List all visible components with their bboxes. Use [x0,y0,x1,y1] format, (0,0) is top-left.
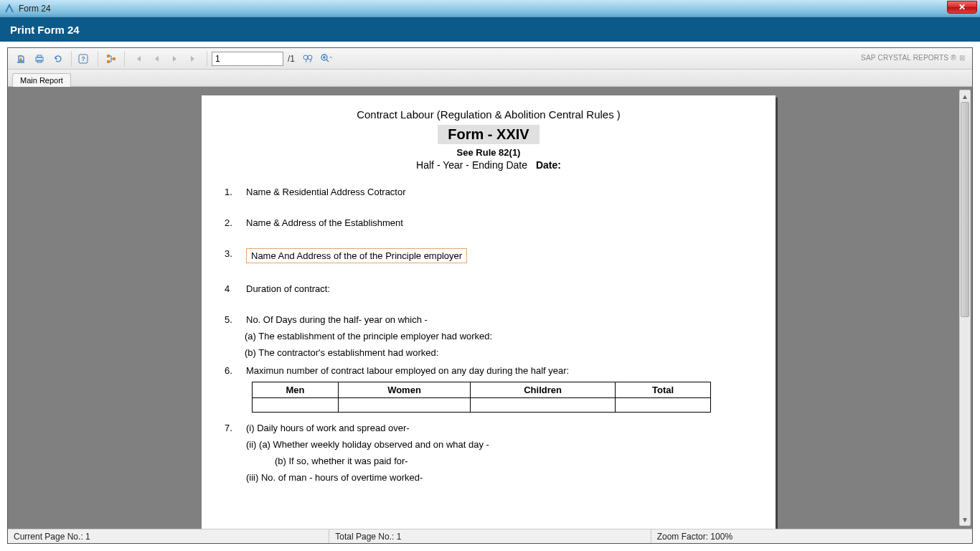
next-page-button[interactable] [166,50,184,67]
item-boxed-text: Name And Address of the of the Principle… [246,248,467,263]
page-total-label: /1 [288,54,295,64]
window-titlebar: Form 24 ✕ [0,0,980,17]
refresh-button[interactable] [50,50,67,67]
table-cell [616,398,711,413]
doc-header-line: Contract Labour (Regulation & Abolition … [223,108,754,121]
status-value: 1 [397,532,402,542]
brand-label: SAP CRYSTAL REPORTS ® ⊠ [861,54,965,62]
item-text: Name & Residential Address Cotractor [246,187,754,197]
item-text: Name And Address of the of the Principle… [246,248,754,263]
item-row: 4 Duration of contract: [223,283,754,294]
toolbar-separator [207,51,207,67]
table-cell [253,398,339,413]
item-number: 7. [223,423,246,433]
toolbar-separator [98,51,98,67]
toolbar-separator [71,51,72,67]
subheader-title: Print Form 24 [10,24,80,36]
item-row: 1. Name & Residential Address Cotractor [223,187,754,197]
doc-form-title: Form - XXIV [438,125,539,144]
tab-bar: Main Report [8,70,972,87]
item-subline: (a) The establishment of the principle e… [245,331,754,342]
item-text: Name & Address of the Establishment [246,217,754,228]
item-row: 7. (i) Daily hours of work and spread ov… [223,423,754,433]
svg-rect-5 [107,55,110,57]
table-header: Women [339,382,471,398]
status-label: Zoom Factor: [657,532,708,542]
item-number: 6. [223,365,246,376]
items-list: 1. Name & Residential Address Cotractor … [223,187,754,483]
item-row: 5. No. Of Days during the half- year on … [223,314,754,325]
item-number: 5. [223,314,246,325]
table-row [253,398,711,413]
scroll-down-icon[interactable]: ▼ [960,514,970,525]
print-button[interactable] [31,50,48,67]
window-title: Form 24 [19,4,51,14]
status-zoom: Zoom Factor: 100% [651,529,972,543]
close-icon: ✕ [958,2,966,12]
table-cell [339,398,471,413]
page-subheader: Print Form 24 [0,17,980,42]
first-page-button[interactable] [129,50,146,67]
brand-close-icon[interactable]: ⊠ [959,54,965,62]
report-page: Contract Labour (Regulation & Abolition … [202,95,776,529]
table-header: Total [616,382,711,398]
find-button[interactable] [299,50,316,67]
item-subline: (ii) (a) Whether weekly holiday observed… [246,439,754,450]
prev-page-button[interactable] [148,50,165,67]
brand-text: SAP CRYSTAL REPORTS ® [861,54,956,62]
item-number: 4 [223,283,246,294]
item-row: 2. Name & Address of the Establishment [223,217,754,228]
labour-table: Men Women Children Total [252,382,711,413]
zoom-button[interactable] [318,50,335,67]
svg-text:?: ? [81,55,85,62]
table-header-row: Men Women Children Total [253,382,711,398]
svg-rect-1 [37,55,42,57]
svg-point-9 [308,55,312,60]
vertical-scrollbar[interactable]: ▲ ▼ [959,90,971,526]
report-content: Contract Labour (Regulation & Abolition … [202,95,776,501]
doc-rule-ref: See Rule 82(1) [223,147,754,158]
report-canvas: Contract Labour (Regulation & Abolition … [8,87,972,529]
scroll-track[interactable] [960,102,970,514]
app-icon [4,4,14,14]
item-text: (i) Daily hours of work and spread over- [246,423,754,433]
item-subline: (iii) No. of man - hours of overtime wor… [246,472,754,483]
item-row: 3. Name And Address of the of the Princi… [223,248,754,263]
parameters-button[interactable]: ? [76,50,93,67]
halfyear-label: Half - Year - Ending Date [416,159,527,171]
table-header: Men [253,382,339,398]
item-subline: (b) If so, whether it was paid for- [275,456,754,466]
item-row: 6. Maximun number of contract labour emp… [223,365,754,376]
doc-halfyear-row: Half - Year - Ending Date Date: [223,159,754,171]
svg-point-8 [303,55,308,60]
status-current-page: Current Page No.: 1 [8,529,329,543]
status-value: 100% [710,532,732,542]
group-tree-button[interactable] [103,50,120,67]
scroll-up-icon[interactable]: ▲ [960,90,970,102]
item-subline: (b) The contractor's establishment had w… [245,347,754,358]
report-viewer: ? /1 SAP CRYSTAL REPORTS ® ⊠ [7,47,973,544]
date-label: Date: [536,159,561,171]
item-text: Maximun number of contract labour employ… [246,365,754,376]
page-number-input[interactable] [212,52,283,66]
item-text: Duration of contract: [246,283,754,294]
svg-rect-6 [107,60,110,63]
item-number: 1. [223,187,246,197]
scroll-thumb[interactable] [961,102,969,317]
table-header: Children [470,382,615,398]
svg-rect-7 [113,57,116,60]
table-cell [470,398,615,413]
status-total-page: Total Page No.: 1 [329,529,651,543]
status-label: Current Page No.: [14,532,83,542]
export-button[interactable] [12,50,29,67]
item-text: No. Of Days during the half- year on whi… [246,314,754,325]
window-close-button[interactable]: ✕ [947,1,977,14]
status-value: 1 [85,532,90,542]
tab-main-report[interactable]: Main Report [12,73,71,87]
item-number: 2. [223,217,246,228]
status-label: Total Page No.: [335,532,394,542]
status-bar: Current Page No.: 1 Total Page No.: 1 Zo… [8,529,972,543]
last-page-button[interactable] [185,50,202,67]
item-number: 3. [223,248,246,259]
toolbar-separator [124,51,125,67]
